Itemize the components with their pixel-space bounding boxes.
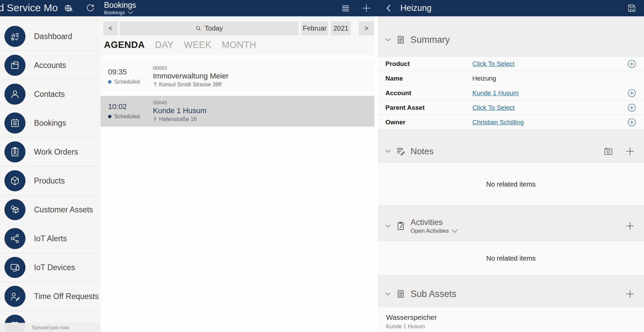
sidebar-item-iot-devices[interactable]: IoT Devices <box>0 253 101 282</box>
page-title-block: Bookings Bookings <box>104 1 136 15</box>
add-record-icon[interactable] <box>627 118 637 127</box>
add-icon[interactable] <box>359 0 374 16</box>
sidebar-item-bookings[interactable]: Bookings <box>0 109 101 138</box>
save-icon[interactable] <box>624 0 639 16</box>
booking-item-selected[interactable]: 10:02 Scheduled 00045 Kunde 1 Husum Hafe… <box>101 96 375 126</box>
booking-item[interactable]: 09:35 Scheduled 00052 Immoverwaltung Mei… <box>101 61 375 91</box>
summary-section-header: Summary <box>378 31 644 49</box>
empty-text: No related items <box>486 180 536 188</box>
add-record-icon[interactable] <box>627 88 637 98</box>
field-row-parent-asset: Parent Asset Click To Select <box>378 101 644 115</box>
activities-icon <box>396 221 406 231</box>
add-note-icon[interactable] <box>625 146 635 156</box>
collapse-chevron-icon[interactable] <box>383 147 392 156</box>
month-button[interactable]: Februar <box>301 21 328 35</box>
add-record-icon[interactable] <box>627 59 637 69</box>
sidebar-item-label: Products <box>34 176 65 186</box>
add-activity-icon[interactable] <box>625 221 635 231</box>
record-detail-panel: Summary Product Click To Select Name Hei… <box>378 16 644 332</box>
agenda-panel: < Today Februar 2021 > AGENDA <box>101 16 375 332</box>
products-icon <box>4 170 25 191</box>
prev-label: < <box>108 24 112 32</box>
sync-status-bar: Synced just now <box>0 323 101 332</box>
sidebar-item-customer-assets[interactable]: Customer Assets <box>0 195 101 224</box>
back-icon[interactable] <box>382 0 396 16</box>
sidebar-item-label: Accounts <box>34 61 66 70</box>
add-record-icon[interactable] <box>627 103 637 112</box>
customer-assets-icon <box>4 199 25 220</box>
booking-number: 00052 <box>153 65 229 71</box>
activities-empty-state: No related items <box>378 241 644 275</box>
next-period-button[interactable]: > <box>359 21 374 35</box>
dashboard-icon <box>4 26 25 47</box>
collapse-chevron-icon[interactable] <box>383 290 392 298</box>
collapse-chevron-icon[interactable] <box>383 35 392 44</box>
empty-text: No related items <box>486 255 536 262</box>
booking-number: 00045 <box>153 100 207 105</box>
field-value-link[interactable]: Christian Schilling <box>472 119 524 126</box>
tab-agenda[interactable]: AGENDA <box>104 40 145 50</box>
booking-title: Kunde 1 Husum <box>153 106 207 115</box>
activities-filter[interactable]: Open Activities <box>411 228 458 234</box>
sidebar-item-products[interactable]: Products <box>0 167 101 195</box>
work-orders-icon <box>4 141 25 162</box>
search-label: Today <box>205 24 223 32</box>
field-value-link[interactable]: Kunde 1 Husum <box>472 89 519 97</box>
sync-icon[interactable] <box>84 0 97 16</box>
view-selector[interactable]: Bookings <box>104 10 136 15</box>
field-value-link[interactable]: Click To Select <box>472 104 515 111</box>
bookings-icon <box>4 112 25 134</box>
status-dot <box>108 80 111 84</box>
sidebar-item-label: Work Orders <box>34 147 78 157</box>
section-title: Summary <box>411 35 450 45</box>
add-sub-asset-icon[interactable] <box>625 289 635 299</box>
activities-section-header: Activities Open Activities <box>378 213 644 239</box>
location-pin-icon <box>153 117 157 122</box>
camera-icon[interactable] <box>603 146 613 156</box>
next-label: > <box>364 24 368 32</box>
booking-status: Scheduled <box>114 79 140 85</box>
accounts-icon <box>4 55 25 76</box>
sidebar-item-label: Time Off Requests <box>34 292 99 301</box>
contacts-icon <box>4 84 25 105</box>
tab-day[interactable]: DAY <box>155 40 174 50</box>
field-row-owner: Owner Christian Schilling <box>378 115 644 129</box>
chevron-down-icon <box>127 11 134 15</box>
globe-user-icon[interactable] <box>62 0 75 16</box>
booking-address: Konsul Smidt Strasse 39ff <box>159 82 222 88</box>
sidebar-item-contacts[interactable]: Contacts <box>0 80 101 109</box>
view-selector-label: Bookings <box>104 10 125 15</box>
booking-status: Scheduled <box>114 113 140 120</box>
collapse-chevron-icon[interactable] <box>383 222 392 230</box>
sidebar-item-label: Contacts <box>34 90 65 99</box>
list-view-icon[interactable] <box>338 0 353 16</box>
sidebar-item-time-off-requests[interactable]: Time Off Requests <box>0 282 101 311</box>
view-tabs: AGENDA DAY WEEK MONTH <box>101 37 375 54</box>
sidebar-item-iot-alerts[interactable]: IoT Alerts <box>0 224 101 253</box>
sidebar-item-dashboard[interactable]: Dashboard <box>0 22 101 51</box>
sub-asset-name: Wasserspeicher <box>386 313 644 321</box>
field-value[interactable]: Heizung <box>472 75 627 82</box>
iot-devices-icon <box>4 257 25 278</box>
year-label: 2021 <box>333 24 349 32</box>
notes-section-header: Notes <box>378 142 644 160</box>
field-value-link[interactable]: Click To Select <box>472 60 515 67</box>
date-search-box[interactable]: Today <box>120 21 298 35</box>
sub-asset-list-item[interactable]: Wasserspeicher Kunde 1 Husum <box>378 307 644 332</box>
sub-asset-subtitle: Kunde 1 Husum <box>386 324 644 330</box>
tab-month[interactable]: MONTH <box>222 40 256 50</box>
sidebar-item-work-orders[interactable]: Work Orders <box>0 138 101 167</box>
chevron-down-icon <box>451 229 458 233</box>
sidebar-item-label: IoT Devices <box>34 263 75 272</box>
sub-assets-icon <box>396 289 406 299</box>
booking-time: 10:02 <box>108 102 153 111</box>
tab-week[interactable]: WEEK <box>184 40 212 50</box>
sidebar-item-label: Dashboard <box>34 32 72 41</box>
booking-time: 09:35 <box>108 68 153 76</box>
sidebar-item-accounts[interactable]: Accounts <box>0 51 101 80</box>
field-label: Owner <box>385 119 472 126</box>
sub-assets-section-header: Sub Assets <box>378 284 644 304</box>
prev-period-button[interactable]: < <box>103 21 118 35</box>
year-button[interactable]: 2021 <box>331 21 351 35</box>
field-label: Name <box>385 75 472 82</box>
